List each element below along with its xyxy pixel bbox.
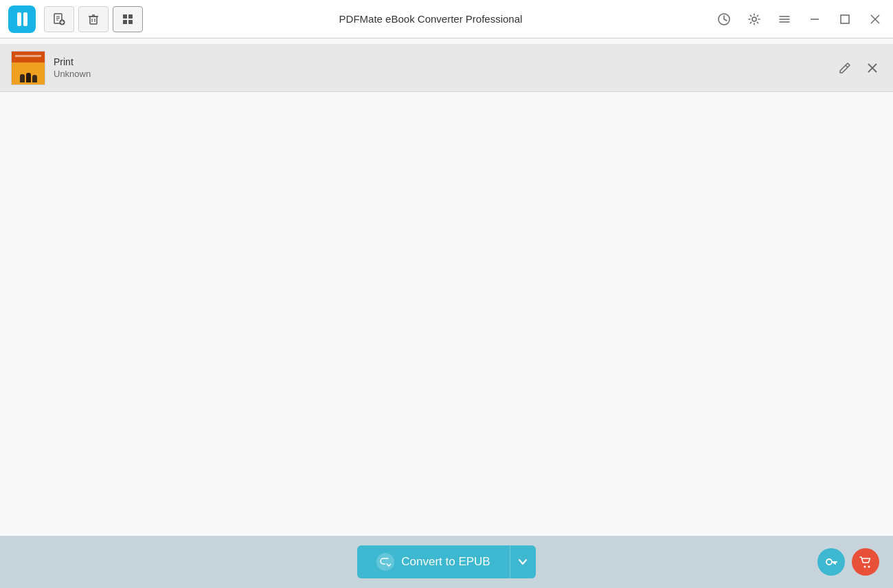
close-button[interactable] — [866, 10, 885, 29]
svg-rect-7 — [90, 16, 97, 24]
bottom-right-buttons — [817, 548, 879, 576]
file-info: Print Unknown — [54, 56, 835, 79]
convert-arrow-icon — [380, 556, 391, 567]
content-area: Print Unknown — [0, 38, 893, 536]
grid-icon — [122, 13, 134, 25]
cart-icon — [859, 555, 872, 569]
svg-rect-12 — [123, 14, 127, 19]
bottom-bar: Convert to EPUB — [0, 536, 893, 588]
add-file-button[interactable] — [44, 6, 74, 32]
key-button[interactable] — [817, 548, 845, 576]
convert-icon — [376, 553, 394, 571]
svg-point-32 — [864, 566, 866, 568]
file-list: Print Unknown — [0, 38, 893, 98]
key-icon — [824, 555, 838, 569]
book-cover-art — [12, 52, 45, 84]
logo-bar-2 — [23, 12, 27, 26]
remove-icon — [866, 61, 879, 75]
svg-rect-15 — [128, 20, 133, 24]
svg-point-33 — [868, 566, 870, 568]
svg-rect-22 — [841, 15, 849, 23]
pencil-icon — [838, 61, 852, 75]
trash-icon — [87, 13, 100, 25]
svg-rect-14 — [123, 20, 127, 24]
history-icon — [717, 12, 731, 26]
edit-file-button[interactable] — [835, 58, 855, 78]
menu-button[interactable] — [775, 10, 794, 29]
file-actions — [835, 58, 882, 78]
app-logo — [8, 5, 36, 33]
convert-button[interactable]: Convert to EPUB — [357, 545, 509, 578]
delete-file-button[interactable] — [78, 6, 109, 32]
minimize-button[interactable] — [805, 10, 824, 29]
restore-icon — [839, 14, 850, 25]
svg-point-28 — [826, 559, 832, 565]
file-thumbnail — [11, 51, 45, 85]
close-icon — [870, 14, 881, 25]
file-name: Print — [54, 56, 835, 67]
shop-button[interactable] — [852, 548, 879, 576]
window-controls — [714, 10, 885, 29]
restore-button[interactable] — [835, 10, 855, 29]
logo-bar-1 — [17, 12, 21, 26]
app-title: PDFMate eBook Converter Professional — [147, 13, 714, 25]
history-button[interactable] — [714, 10, 734, 29]
app-logo-inner — [17, 12, 27, 26]
remove-file-button[interactable] — [863, 58, 882, 78]
grid-view-button[interactable] — [113, 6, 143, 32]
minimize-icon — [809, 14, 820, 25]
hamburger-icon — [778, 12, 791, 26]
settings-button[interactable] — [745, 10, 764, 29]
title-bar: PDFMate eBook Converter Professional — [0, 0, 893, 38]
settings-icon — [747, 12, 761, 26]
add-icon — [53, 13, 65, 25]
convert-dropdown-button[interactable] — [510, 545, 536, 578]
svg-point-17 — [752, 17, 756, 21]
convert-label: Convert to EPUB — [401, 555, 490, 569]
convert-btn-wrapper: Convert to EPUB — [357, 545, 535, 578]
file-item: Print Unknown — [0, 44, 893, 92]
chevron-down-icon — [518, 557, 528, 567]
svg-line-25 — [846, 65, 848, 67]
file-meta: Unknown — [54, 69, 835, 79]
svg-rect-13 — [128, 14, 133, 19]
